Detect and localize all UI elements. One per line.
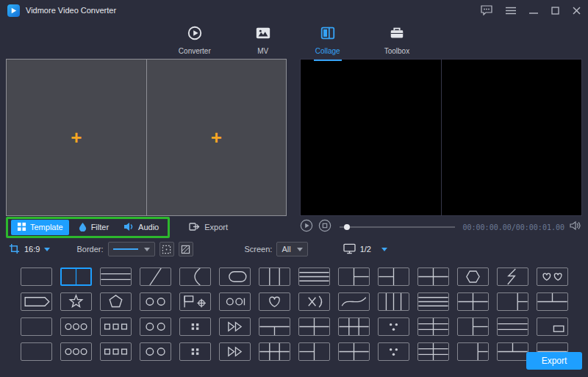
audio-button-label: Audio xyxy=(138,223,159,231)
template-dots3[interactable] xyxy=(378,342,409,361)
template-diag[interactable] xyxy=(140,268,171,286)
template-grid22[interactable] xyxy=(298,317,330,336)
template-t2b1[interactable] xyxy=(537,292,568,311)
preview-cell-1 xyxy=(300,59,442,216)
template-h4[interactable] xyxy=(417,292,449,311)
template-banner[interactable] xyxy=(21,292,52,311)
collage-cell-add-1[interactable]: + xyxy=(7,60,146,215)
template-circ2[interactable] xyxy=(140,342,171,361)
template-v4[interactable] xyxy=(378,292,409,311)
template-ff[interactable] xyxy=(219,342,251,361)
template-blank[interactable] xyxy=(21,268,52,286)
add-plus-icon: + xyxy=(71,128,82,147)
aspect-icon xyxy=(9,243,20,256)
maximize-icon[interactable] xyxy=(551,7,559,15)
template-t2b1[interactable] xyxy=(497,342,528,361)
template-l1r2[interactable] xyxy=(338,268,370,286)
template-v2-selected[interactable] xyxy=(60,268,92,286)
tab-converter[interactable]: Converter xyxy=(174,24,215,57)
menu-icon[interactable] xyxy=(506,7,516,15)
template-ff[interactable] xyxy=(219,317,251,336)
template-blank[interactable] xyxy=(21,342,52,361)
template-v3[interactable] xyxy=(259,268,290,286)
template-grid22[interactable] xyxy=(417,268,449,286)
template-gridR[interactable] xyxy=(497,292,528,311)
filter-button[interactable]: Filter xyxy=(72,220,115,235)
template-blank[interactable] xyxy=(21,317,52,336)
template-t1b2[interactable] xyxy=(259,317,290,336)
page-indicator: 1/2 xyxy=(360,245,371,254)
export-tab-button[interactable]: Export xyxy=(189,222,228,233)
template-star[interactable] xyxy=(60,292,92,311)
template-flaggear[interactable] xyxy=(179,292,211,311)
tab-collage[interactable]: Collage xyxy=(311,24,345,57)
play-icon[interactable] xyxy=(300,219,313,235)
template-bigsmall[interactable] xyxy=(537,317,568,336)
template-grid23[interactable] xyxy=(338,317,370,336)
tab-toolbox-label: Toolbox xyxy=(384,47,409,55)
border-label: Border: xyxy=(76,245,103,254)
template-dots3[interactable] xyxy=(378,317,409,336)
comment-icon[interactable] xyxy=(481,5,492,15)
export-icon xyxy=(189,222,200,233)
template-heartarrow[interactable] xyxy=(259,292,290,311)
template-pentagon[interactable] xyxy=(100,292,132,311)
template-l2r1[interactable] xyxy=(298,342,330,361)
template-h3[interactable] xyxy=(100,268,132,286)
titlebar: Vidmore Video Converter xyxy=(0,0,588,21)
template-hex[interactable] xyxy=(457,268,489,286)
template-dots4[interactable] xyxy=(179,317,211,336)
template-grid32[interactable] xyxy=(417,317,449,336)
close-icon[interactable] xyxy=(573,7,581,15)
seek-knob[interactable] xyxy=(344,224,350,230)
border-style-select[interactable] xyxy=(108,242,155,256)
screen-label: Screen: xyxy=(245,245,273,254)
filter-icon xyxy=(78,222,87,233)
template-swoosh[interactable] xyxy=(338,292,370,311)
template-pipround[interactable] xyxy=(219,268,251,286)
template-icon xyxy=(17,222,26,233)
template-xparen[interactable] xyxy=(298,292,330,311)
tab-converter-label: Converter xyxy=(179,47,211,55)
template-hearts[interactable] xyxy=(537,268,568,286)
template-h3[interactable] xyxy=(497,317,528,336)
template-circ3[interactable] xyxy=(60,317,92,336)
tab-mv-label: MV xyxy=(257,47,268,55)
mv-icon xyxy=(255,25,271,44)
template-h4[interactable] xyxy=(298,268,330,286)
aspect-ratio-control[interactable]: 16:9 xyxy=(9,243,50,256)
screen-select[interactable]: All xyxy=(276,242,307,256)
template-sq3[interactable] xyxy=(100,317,132,336)
template-gridR[interactable] xyxy=(457,342,489,361)
template-grid22[interactable] xyxy=(457,292,489,311)
template-grid22[interactable] xyxy=(338,342,370,361)
hatch-icon[interactable] xyxy=(179,242,193,256)
screen-caret-icon xyxy=(297,248,303,251)
template-circ2[interactable] xyxy=(140,292,171,311)
template-sq3[interactable] xyxy=(100,342,132,361)
template-zigzag[interactable] xyxy=(497,268,528,286)
volume-icon[interactable] xyxy=(570,220,582,234)
export-button[interactable]: Export xyxy=(526,352,582,370)
template-grid32[interactable] xyxy=(417,342,449,361)
aspect-caret-icon[interactable] xyxy=(44,248,50,251)
template-curve[interactable] xyxy=(179,268,211,286)
tab-toolbox[interactable]: Toolbox xyxy=(380,24,414,57)
template-grid23[interactable] xyxy=(259,342,290,361)
annotation-green-box: Template Filter Audio xyxy=(6,217,170,238)
template-button[interactable]: Template xyxy=(11,220,69,235)
template-circ2[interactable] xyxy=(140,317,171,336)
dashed-border-icon[interactable] xyxy=(159,242,174,256)
template-circ3[interactable] xyxy=(60,342,92,361)
tab-mv[interactable]: MV xyxy=(251,24,276,57)
collage-cell-add-2[interactable]: + xyxy=(146,60,287,215)
stop-icon[interactable] xyxy=(318,219,331,235)
template-l2r1[interactable] xyxy=(378,268,409,286)
audio-button[interactable]: Audio xyxy=(118,220,165,235)
template-oosq[interactable] xyxy=(219,292,251,311)
seek-slider[interactable] xyxy=(340,226,455,228)
template-l1r2[interactable] xyxy=(457,317,489,336)
minimize-icon[interactable] xyxy=(529,7,538,15)
template-dots4[interactable] xyxy=(179,342,211,361)
page-caret-icon[interactable] xyxy=(381,248,387,251)
